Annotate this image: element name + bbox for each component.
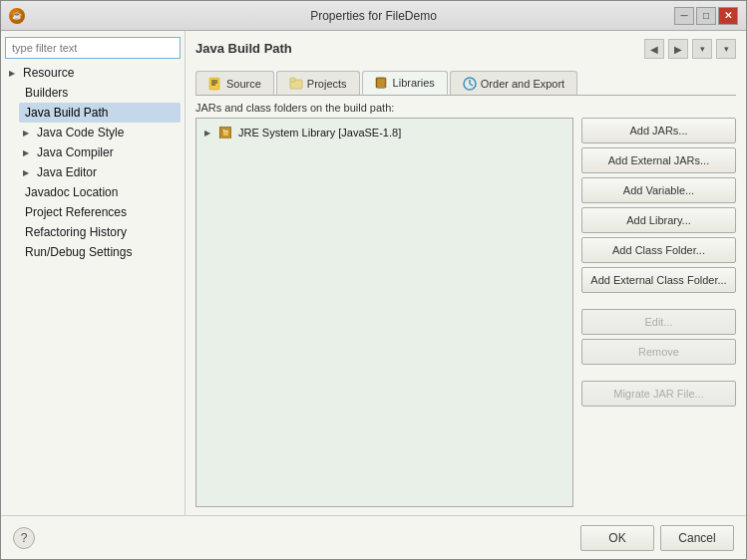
svg-rect-16 — [223, 132, 228, 136]
sidebar-item-label: Refactoring History — [25, 225, 127, 239]
tab-projects[interactable]: Projects — [276, 71, 360, 95]
sidebar-item-label: Java Editor — [37, 165, 97, 179]
back-button[interactable]: ◀ — [644, 39, 664, 59]
tab-libraries-label: Libraries — [393, 77, 435, 89]
help-button[interactable]: ? — [13, 527, 35, 549]
sidebar-item-java-compiler[interactable]: ▶ Java Compiler — [19, 142, 181, 162]
sidebar-item-label: Java Build Path — [25, 106, 108, 120]
sidebar-item-java-editor[interactable]: ▶ Java Editor — [19, 162, 181, 182]
sidebar-item-resource[interactable]: ▶ Resource — [5, 63, 181, 83]
build-path-left: ▶ — [195, 118, 573, 507]
sidebar-item-label: Java Compiler — [37, 145, 114, 159]
sidebar-item-label: Builders — [25, 86, 68, 100]
sidebar-item-java-code-style[interactable]: ▶ Java Code Style — [19, 123, 181, 142]
cancel-button[interactable]: Cancel — [660, 525, 734, 551]
projects-icon — [289, 77, 303, 91]
tab-bar: Source Projects — [195, 71, 736, 96]
title-bar-controls: ─ □ ✕ — [674, 7, 738, 25]
minimize-button[interactable]: ─ — [674, 7, 694, 25]
build-path-area: ▶ — [195, 118, 736, 507]
main-area: ▶ Resource Builders Java Build Path ▶ Ja… — [1, 31, 746, 515]
library-list[interactable]: ▶ — [195, 118, 573, 507]
lib-item-label: JRE System Library [JavaSE-1.8] — [238, 127, 401, 139]
tab-order-export[interactable]: Order and Export — [450, 71, 577, 95]
maximize-button[interactable]: □ — [696, 7, 716, 25]
svg-rect-5 — [290, 78, 295, 82]
description-text: JARs and class folders on the build path… — [195, 102, 736, 114]
app-icon: ☕ — [9, 8, 25, 24]
sidebar-item-label: Javadoc Location — [25, 185, 118, 199]
svg-line-11 — [470, 84, 473, 86]
sidebar-item-run-debug-settings[interactable]: Run/Debug Settings — [19, 242, 181, 262]
sidebar: ▶ Resource Builders Java Build Path ▶ Ja… — [1, 31, 186, 515]
tab-source-label: Source — [226, 78, 261, 90]
add-jars-button[interactable]: Add JARs... — [581, 118, 736, 143]
add-class-folder-button[interactable]: Add Class Folder... — [581, 237, 736, 263]
sidebar-item-label: Java Code Style — [37, 126, 124, 140]
main-window: ☕ Properties for FileDemo ─ □ ✕ ▶ Resour… — [0, 0, 747, 560]
bottom-bar: ? OK Cancel — [1, 515, 746, 559]
expand-arrow-icon: ▶ — [23, 168, 33, 177]
expand-arrow-icon: ▶ — [9, 69, 19, 78]
sidebar-item-label: Resource — [23, 66, 74, 80]
tab-source[interactable]: Source — [195, 71, 274, 95]
add-external-class-folder-button[interactable]: Add External Class Folder... — [581, 267, 736, 293]
content-area: Java Build Path ◀ ▶ ▾ ▾ — [186, 31, 746, 515]
remove-button[interactable]: Remove — [581, 339, 736, 365]
content-toolbar: ◀ ▶ ▾ ▾ — [644, 39, 736, 59]
content-title: Java Build Path — [195, 41, 292, 56]
svg-rect-8 — [377, 79, 385, 88]
tab-projects-label: Projects — [307, 78, 347, 90]
expand-arrow-icon: ▶ — [23, 129, 33, 138]
forward-button[interactable]: ▶ — [668, 39, 688, 59]
close-button[interactable]: ✕ — [718, 7, 738, 25]
options-dropdown[interactable]: ▾ — [716, 39, 736, 59]
sidebar-item-javadoc-location[interactable]: Javadoc Location — [19, 182, 181, 202]
migrate-jar-button[interactable]: Migrate JAR File... — [581, 381, 736, 407]
add-external-jars-button[interactable]: Add External JARs... — [581, 147, 736, 173]
svg-rect-0 — [209, 78, 219, 90]
history-dropdown[interactable]: ▾ — [692, 39, 712, 59]
dialog-buttons: OK Cancel — [580, 525, 734, 551]
title-bar-left: ☕ — [9, 8, 25, 24]
build-path-buttons: Add JARs... Add External JARs... Add Var… — [581, 118, 736, 507]
add-variable-button[interactable]: Add Variable... — [581, 177, 736, 203]
source-icon — [208, 77, 222, 91]
sidebar-item-label: Run/Debug Settings — [25, 245, 132, 259]
window-body: ▶ Resource Builders Java Build Path ▶ Ja… — [1, 31, 746, 559]
edit-button[interactable]: Edit... — [581, 309, 736, 335]
sidebar-item-builders[interactable]: Builders — [19, 83, 181, 103]
tab-order-export-label: Order and Export — [481, 78, 564, 90]
expand-arrow-icon: ▶ — [204, 129, 214, 138]
jre-icon — [218, 125, 234, 140]
expand-arrow-icon: ▶ — [23, 148, 33, 157]
filter-input[interactable] — [5, 37, 181, 59]
sidebar-item-project-references[interactable]: Project References — [19, 202, 181, 222]
tab-libraries[interactable]: Libraries — [362, 71, 448, 95]
list-item[interactable]: ▶ — [200, 123, 568, 142]
libraries-icon — [375, 76, 389, 90]
btn-spacer — [581, 297, 736, 305]
title-bar: ☕ Properties for FileDemo ─ □ ✕ — [1, 1, 746, 31]
sidebar-item-refactoring-history[interactable]: Refactoring History — [19, 222, 181, 242]
sidebar-item-label: Project References — [25, 205, 127, 219]
btn-spacer-2 — [581, 369, 736, 377]
sidebar-item-java-build-path[interactable]: Java Build Path — [19, 103, 181, 123]
window-title: Properties for FileDemo — [310, 9, 437, 23]
order-icon — [463, 77, 477, 91]
add-library-button[interactable]: Add Library... — [581, 207, 736, 233]
sidebar-indent: Builders Java Build Path ▶ Java Code Sty… — [19, 83, 181, 262]
ok-button[interactable]: OK — [580, 525, 654, 551]
